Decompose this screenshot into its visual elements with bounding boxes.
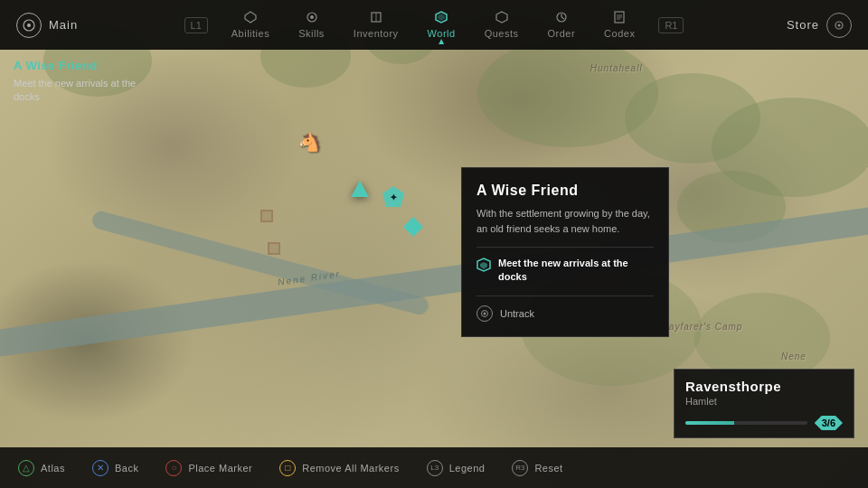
reset-action[interactable]: R3 Reset: [512, 460, 562, 476]
store-icon: [826, 13, 852, 38]
back-label: Back: [115, 463, 138, 474]
nav-main[interactable]: Main: [0, 13, 108, 38]
location-counter: 3/6: [815, 416, 843, 430]
r3-button: R3: [512, 460, 528, 476]
location-type: Hamlet: [685, 396, 843, 407]
inventory-icon: [370, 11, 382, 26]
svg-point-24: [484, 312, 486, 314]
legend-label: Legend: [449, 463, 486, 474]
building-marker-2: [268, 242, 280, 255]
nav-inventory[interactable]: Inventory: [339, 5, 413, 44]
world-label: World: [428, 28, 456, 39]
store-label[interactable]: Store: [787, 18, 819, 32]
horse-marker: 🐴: [298, 131, 321, 153]
location-header: Ravensthorpe Hamlet: [675, 370, 854, 411]
quest-marker[interactable]: ✦: [382, 185, 405, 214]
reset-label: Reset: [534, 463, 562, 474]
order-icon: [555, 11, 568, 26]
svg-point-3: [27, 23, 31, 27]
tooltip-description: With the settlement growing by the day, …: [476, 206, 654, 236]
abilities-icon: [244, 11, 257, 26]
place-marker-label: Place Marker: [188, 463, 252, 474]
tooltip-objective: Meet the new arrivals at the docks: [476, 257, 654, 285]
skills-label: Skills: [298, 28, 325, 39]
quest-description: Meet the new arrivals at the docks: [14, 77, 158, 105]
nav-center: L1 Abilities Skills Inventory: [108, 5, 760, 44]
tooltip-divider: [476, 247, 654, 248]
location-progress-fill: [685, 421, 734, 425]
codex-icon: [613, 11, 626, 26]
location-progress-bar: [685, 421, 807, 425]
place-marker-action[interactable]: ○ Place Marker: [165, 460, 252, 476]
legend-action[interactable]: L3 Legend: [427, 460, 486, 476]
tooltip-title: A Wise Friend: [476, 183, 654, 199]
back-action[interactable]: ✕ Back: [92, 460, 138, 476]
l1-button[interactable]: L1: [184, 17, 208, 33]
tooltip-divider-2: [476, 296, 654, 296]
quest-tooltip: A Wise Friend With the settlement growin…: [461, 167, 669, 337]
remove-markers-action[interactable]: □ Remove All Markers: [279, 460, 399, 476]
nav-order[interactable]: Order: [533, 5, 590, 44]
main-label: Main: [49, 18, 78, 32]
quest-panel: A Wise Friend Meet the new arrivals at t…: [14, 59, 158, 105]
place-label-nene: Nene: [781, 352, 807, 361]
abilities-label: Abilities: [231, 28, 269, 39]
place-label-wayfarers: Wayfarer's Camp: [660, 322, 743, 332]
codex-label: Codex: [604, 28, 635, 39]
untrack-label: Untrack: [500, 308, 534, 319]
place-label-huntaheall: Huntaheall: [590, 63, 643, 73]
triangle-button: △: [18, 460, 34, 476]
objective-icon: [476, 258, 491, 275]
l3-button: L3: [427, 460, 443, 476]
world-icon: [435, 11, 448, 26]
svg-marker-22: [480, 262, 487, 269]
svg-point-20: [838, 23, 841, 26]
r1-button[interactable]: R1: [658, 17, 684, 33]
settlement-marker[interactable]: [403, 217, 423, 237]
cross-button: ✕: [92, 460, 108, 476]
quests-label: Quests: [485, 28, 519, 39]
quests-icon: [495, 11, 508, 26]
svg-marker-10: [438, 14, 445, 21]
building-marker-1: [260, 210, 273, 222]
location-name: Ravensthorpe: [685, 379, 843, 394]
location-progress-container: 3/6: [675, 411, 854, 437]
inventory-label: Inventory: [354, 28, 399, 39]
main-logo: [16, 13, 42, 38]
nav-codex[interactable]: Codex: [590, 5, 649, 44]
nav-quests[interactable]: Quests: [470, 5, 533, 44]
bottom-bar: △ Atlas ✕ Back ○ Place Marker □ Remove A…: [0, 447, 868, 488]
quest-title: A Wise Friend: [14, 59, 158, 72]
top-nav: Main L1 Abilities Skills Inventory: [0, 0, 868, 50]
order-label: Order: [547, 28, 575, 39]
nav-skills[interactable]: Skills: [284, 5, 339, 44]
remove-markers-label: Remove All Markers: [302, 463, 399, 474]
tooltip-action[interactable]: Untrack: [476, 305, 654, 322]
atlas-label: Atlas: [41, 463, 65, 474]
circle-button: ○: [165, 460, 182, 476]
svg-line-14: [561, 17, 564, 19]
map-cursor: [351, 181, 369, 197]
skills-icon: [306, 11, 318, 26]
nav-abilities[interactable]: Abilities: [217, 5, 284, 44]
nav-right: Store: [760, 13, 868, 38]
location-card: Ravensthorpe Hamlet 3/6: [674, 369, 854, 438]
svg-text:✦: ✦: [390, 192, 398, 202]
nav-world[interactable]: World: [413, 5, 470, 44]
square-button: □: [279, 460, 296, 476]
svg-point-6: [310, 15, 314, 19]
svg-marker-4: [245, 12, 256, 23]
objective-text: Meet the new arrivals at the docks: [498, 257, 654, 285]
untrack-button-icon: [476, 305, 493, 322]
svg-marker-11: [496, 12, 507, 23]
atlas-action[interactable]: △ Atlas: [18, 460, 65, 476]
